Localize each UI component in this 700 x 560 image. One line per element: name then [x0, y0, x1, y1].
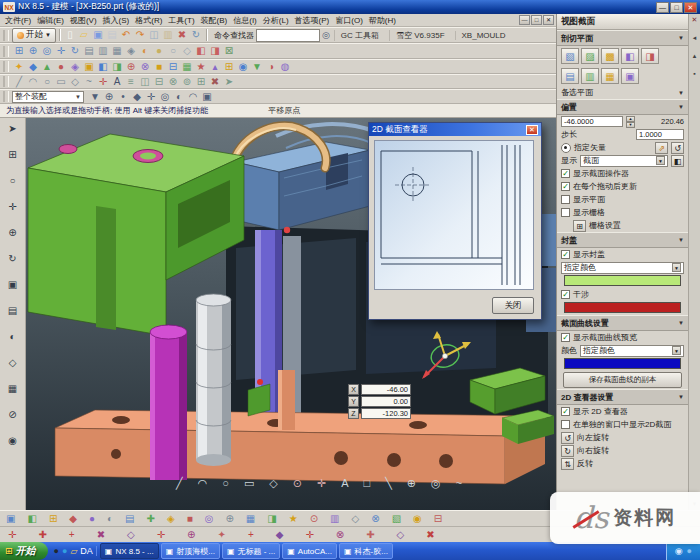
interference-row[interactable]: 干涉	[557, 288, 688, 301]
circle-plus2-icon[interactable]: ⊕	[187, 528, 195, 542]
magenta-ejector-column[interactable]	[150, 325, 187, 480]
face-snap-icon[interactable]: ▣	[200, 90, 214, 104]
menu-item[interactable]: 格式(R)	[132, 15, 165, 26]
shell-icon[interactable]: ⊗	[138, 60, 152, 74]
rows-icon[interactable]: ▥	[330, 512, 339, 526]
sketch-icon[interactable]: ⊞	[222, 60, 236, 74]
copy-icon[interactable]: ◫	[147, 28, 161, 42]
coordinate-value-field[interactable]: -120.30	[361, 408, 411, 419]
taskbar-task-button[interactable]: ▣ NX 8.5 - ...	[100, 543, 159, 559]
grid-icon[interactable]: ⊞	[49, 512, 57, 526]
menu-item[interactable]: 插入(S)	[100, 15, 133, 26]
half-shade-icon[interactable]: ◐	[107, 512, 113, 526]
snapshot-icon[interactable]: ⊠	[222, 44, 236, 58]
delete-icon[interactable]: ✖	[175, 28, 189, 42]
toolbar-grip[interactable]	[3, 46, 9, 57]
plane-xc-icon[interactable]: ▧	[561, 48, 579, 64]
side-view-icon[interactable]: ▥	[96, 44, 110, 58]
menu-item[interactable]: 文件(F)	[2, 15, 34, 26]
panel-close-icon[interactable]: ✕	[692, 16, 698, 24]
diamond-point-icon[interactable]: ◇	[127, 528, 135, 542]
offset-tool-icon[interactable]: ⊕	[407, 476, 416, 490]
solid-icon[interactable]: ◆	[69, 512, 77, 526]
menu-item[interactable]: 首选项(P)	[292, 15, 333, 26]
rectangle-tool-icon[interactable]: ▭	[244, 476, 254, 490]
group-cap[interactable]: 封盖 ▼	[557, 232, 688, 248]
scrollbar-thumb[interactable]: ▪	[693, 70, 695, 78]
front-view-icon[interactable]: ▤	[82, 44, 96, 58]
circle-icon[interactable]: ○	[40, 75, 54, 89]
tangent-snap-icon[interactable]: ◠	[186, 90, 200, 104]
plugin-toolbar-label[interactable]: XB_MOULD	[455, 31, 512, 40]
arc-tool-icon[interactable]: ◠	[198, 476, 208, 490]
window-control-button[interactable]: □	[670, 2, 683, 13]
diamond3-icon[interactable]: ◇	[397, 528, 405, 542]
shaded-mode-icon[interactable]: ◐	[138, 44, 152, 58]
blend-icon[interactable]: ⊕	[124, 60, 138, 74]
checkbox[interactable]	[561, 420, 570, 429]
menu-item[interactable]: 编辑(E)	[34, 15, 67, 26]
measure-icon[interactable]: ▼	[250, 60, 264, 74]
boss-icon[interactable]: ◈	[68, 60, 82, 74]
window-control-button[interactable]: —	[656, 2, 669, 13]
heavy-cross-icon[interactable]: ✚	[38, 528, 46, 542]
repeat-command-icon[interactable]: ↻	[189, 28, 203, 42]
circle-x2-icon[interactable]: ⊗	[336, 528, 344, 542]
coordinate-value-field[interactable]: -46.00	[361, 384, 411, 395]
selection-scope-dropdown[interactable]: 整个装配 ▼	[12, 91, 84, 103]
flip-row[interactable]: ⇅ 反转	[557, 457, 688, 470]
window-control-button[interactable]: ✕	[684, 2, 697, 13]
option-checkbox-row[interactable]: 显示截面操作器	[557, 167, 688, 180]
new-file-icon[interactable]: ▯	[63, 28, 77, 42]
group-section-curves[interactable]: 截面曲线设置 ▼	[557, 315, 688, 331]
checkbox[interactable]	[561, 333, 570, 342]
taskbar-task-button[interactable]: ▣ 射顶海模...	[161, 543, 220, 559]
grid-settings-row[interactable]: ⊞ 栅格设置	[557, 219, 688, 232]
x-point-icon[interactable]: ✖	[97, 528, 105, 542]
step-value-field[interactable]: 1.0000	[636, 129, 684, 140]
polygon-tool-icon[interactable]: ◇	[269, 476, 277, 490]
datum-cross-icon[interactable]: ✛	[8, 528, 16, 542]
rotate-right-row[interactable]: ↻ 向右旋转	[557, 444, 688, 457]
isometric-view-icon[interactable]: ◈	[124, 44, 138, 58]
spark-icon[interactable]: ✦	[218, 528, 226, 542]
cross2-icon[interactable]: ✛	[157, 528, 165, 542]
polygon-icon[interactable]: ◇	[68, 75, 82, 89]
plugin-toolbar-label[interactable]: GC 工具箱	[334, 30, 385, 41]
feature-icon[interactable]: ▣	[6, 512, 15, 526]
option-checkbox-row[interactable]: 显示平面	[557, 193, 688, 206]
fit-tool-icon[interactable]: ▣	[6, 278, 19, 291]
orient-cube-front-icon[interactable]: ▤	[561, 68, 579, 84]
pan-icon[interactable]: ✛	[54, 44, 68, 58]
pan-tool-icon[interactable]: ✛	[6, 200, 19, 213]
show-cap-row[interactable]: 显示封盖	[557, 248, 688, 261]
endpoint-snap-icon[interactable]: •	[116, 90, 130, 104]
pattern-curve-icon[interactable]: ⊞	[194, 75, 208, 89]
toolbar-grip[interactable]	[3, 30, 9, 41]
disc-icon[interactable]: ◉	[413, 512, 422, 526]
plane-icon[interactable]: ▤	[125, 512, 134, 526]
option-checkbox-row[interactable]: 显示栅格	[557, 206, 688, 219]
zoom-tool-icon[interactable]: ⊕	[6, 226, 19, 239]
plugin-toolbar-label[interactable]: 雪空 V6.935F	[389, 30, 450, 41]
cross-tool-icon[interactable]: ✛	[317, 476, 326, 490]
view-plane-icon[interactable]: ▤	[6, 304, 19, 317]
panel-title-bar[interactable]: 视图截面	[557, 14, 688, 30]
qq-icon[interactable]: ●	[54, 546, 59, 556]
pocket-icon[interactable]: ▣	[82, 60, 96, 74]
line-icon[interactable]: ╱	[12, 75, 26, 89]
object-info-icon[interactable]: ◉	[6, 434, 19, 447]
gem-icon[interactable]: ◈	[167, 512, 175, 526]
cap-color-swatch[interactable]	[564, 275, 681, 286]
group-2d-viewer[interactable]: 2D 查看器设置 ▼	[557, 389, 688, 405]
salmon-base-plate[interactable]	[55, 410, 545, 484]
plane-custom-icon[interactable]: ◨	[641, 48, 659, 64]
hatch-icon[interactable]: ▧	[392, 512, 401, 526]
print-icon[interactable]: ▤	[105, 28, 119, 42]
box-select-icon[interactable]: ⊞	[6, 148, 19, 161]
revolve-icon[interactable]: ▲	[40, 60, 54, 74]
star-icon[interactable]: ★	[289, 512, 298, 526]
child-window-control[interactable]: □	[531, 15, 542, 25]
dot-circle-icon[interactable]: ⊙	[310, 512, 318, 526]
intersect-icon[interactable]: ▦	[180, 60, 194, 74]
